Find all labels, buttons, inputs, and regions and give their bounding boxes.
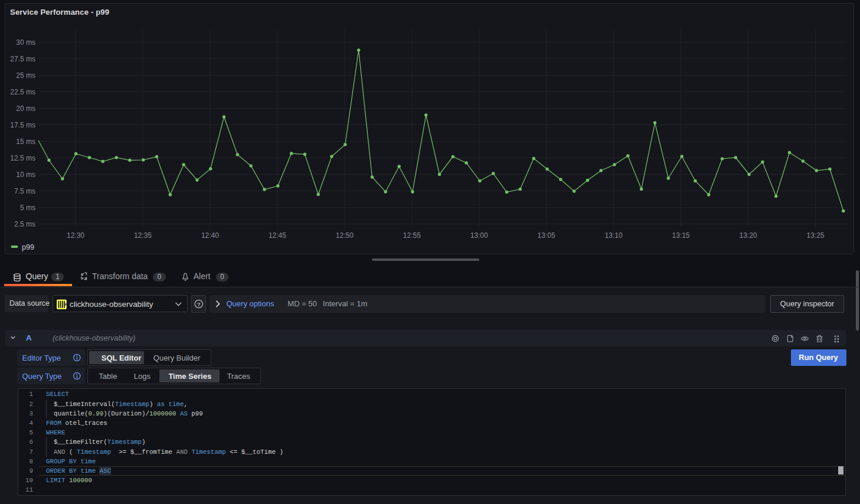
svg-text:12:40: 12:40 — [201, 231, 219, 240]
svg-text:2.5 ms: 2.5 ms — [14, 220, 35, 228]
svg-text:7.5 ms: 7.5 ms — [14, 187, 35, 195]
svg-text:25 ms: 25 ms — [16, 71, 35, 80]
svg-text:?: ? — [197, 301, 200, 307]
svg-text:5 ms: 5 ms — [20, 204, 35, 212]
svg-text:12:30: 12:30 — [67, 231, 84, 240]
svg-text:13:05: 13:05 — [538, 231, 555, 240]
svg-text:13:10: 13:10 — [605, 231, 623, 240]
svg-text:22.5 ms: 22.5 ms — [10, 88, 35, 96]
svg-text:17.5 ms: 17.5 ms — [10, 121, 35, 129]
svg-text:20 ms: 20 ms — [16, 104, 35, 113]
svg-text:13:00: 13:00 — [470, 231, 488, 240]
svg-text:12:45: 12:45 — [269, 231, 286, 240]
svg-text:15 ms: 15 ms — [16, 138, 35, 146]
svg-text:13:25: 13:25 — [806, 231, 824, 240]
svg-text:p99: p99 — [22, 243, 34, 251]
svg-text:12:50: 12:50 — [336, 231, 354, 240]
svg-text:10 ms: 10 ms — [16, 171, 35, 179]
svg-text:12.5 ms: 12.5 ms — [10, 154, 35, 162]
svg-text:12:55: 12:55 — [403, 231, 421, 240]
svg-text:13:20: 13:20 — [739, 231, 757, 240]
svg-text:27.5 ms: 27.5 ms — [10, 55, 35, 63]
svg-text:13:15: 13:15 — [672, 231, 689, 240]
svg-text:12:35: 12:35 — [134, 231, 152, 240]
svg-text:30 ms: 30 ms — [16, 38, 35, 47]
